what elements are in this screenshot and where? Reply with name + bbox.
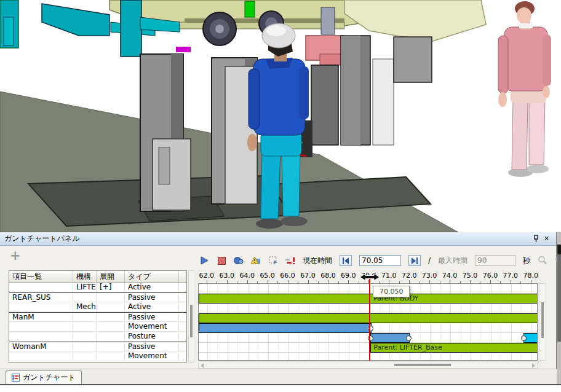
ruler-tick-label: 65.0 — [260, 272, 275, 280]
cell-type: Passive — [125, 342, 179, 351]
gantt-bar[interactable] — [370, 333, 410, 343]
gantt-row — [199, 353, 537, 361]
record-bars-icon[interactable] — [285, 256, 295, 265]
max-time-label: 最大時間 — [438, 256, 468, 266]
gantt-bar[interactable] — [199, 294, 538, 304]
table-row[interactable]: ManM Passive — [9, 312, 186, 322]
current-time-input[interactable] — [359, 255, 401, 266]
gantt-tab-icon — [12, 374, 20, 382]
gantt-horizontal-scrollbar[interactable] — [198, 361, 538, 369]
gantt-vertical-scrollbar[interactable] — [539, 283, 546, 361]
cell-expand — [97, 332, 125, 341]
table-row[interactable]: Movement — [9, 351, 186, 361]
pin-icon[interactable] — [531, 234, 541, 244]
cell-mechanism: Mecha... — [73, 302, 97, 312]
column-header-extra — [179, 271, 186, 282]
cell-item: ManM — [9, 313, 73, 321]
cell-mechanism — [73, 322, 97, 331]
gantt-plot[interactable]: Parent: BODYParent: LIFTER_Base — [198, 283, 538, 361]
gantt-timeline: 62.063.064.065.066.067.068.069.070.071.0… — [196, 270, 552, 369]
table-header-row: 項目一覧 機構 展開 タイプ — [9, 271, 186, 283]
stop-button[interactable] — [217, 256, 226, 265]
table-row[interactable]: Movement — [9, 322, 186, 332]
cell-mechanism: LIFTER — [73, 283, 97, 292]
ruler-tick-label: 73.0 — [422, 272, 437, 280]
panel-title: ガントチャートパネル — [4, 233, 80, 244]
cell-type: Posture — [125, 332, 179, 341]
cell-expand[interactable]: [+] — [97, 283, 125, 292]
table-row[interactable]: Posture — [9, 332, 186, 342]
column-header-mechanism[interactable]: 機構 — [73, 271, 97, 282]
cell-extra — [179, 313, 186, 321]
cell-extra — [179, 342, 186, 351]
ruler-tick-label: 66.0 — [280, 272, 295, 280]
gantt-row — [199, 304, 537, 313]
cell-item — [9, 322, 73, 331]
step-back-button[interactable] — [340, 255, 352, 266]
camera-icon[interactable] — [234, 256, 244, 265]
gantt-ruler[interactable]: 62.063.064.065.066.067.068.069.070.071.0… — [198, 270, 536, 283]
column-header-type[interactable]: タイプ — [125, 271, 179, 282]
ruler-tick-label: 67.0 — [300, 272, 316, 280]
play-button[interactable] — [199, 256, 209, 265]
panel-right-edge-shade — [557, 245, 561, 342]
current-time-label: 現在時間 — [303, 256, 332, 266]
marquee-select-icon[interactable] — [268, 256, 278, 265]
close-icon[interactable]: ✕ — [541, 234, 552, 244]
table-row[interactable]: REAR_SUS Passive — [9, 292, 186, 302]
scrollbar-thumb[interactable] — [394, 364, 451, 366]
table-row[interactable]: Mecha... Active — [9, 302, 186, 312]
gantt-bar[interactable] — [199, 323, 372, 333]
gantt-row — [199, 333, 537, 343]
table-row[interactable]: LIFTER [+] Active — [9, 283, 186, 292]
cell-type: Movement — [125, 322, 179, 331]
ruler-tick-label: 62.0 — [199, 272, 215, 280]
cell-extra — [179, 293, 186, 302]
scroll-right-arrow[interactable] — [532, 363, 535, 368]
gantt-bar-handle[interactable] — [368, 335, 373, 341]
cell-mechanism — [73, 313, 97, 321]
cell-expand — [97, 322, 125, 331]
gantt-bar-handle[interactable] — [368, 326, 373, 331]
gantt-row — [199, 313, 537, 323]
gantt-bar[interactable] — [199, 313, 538, 323]
cell-mechanism — [73, 351, 97, 361]
window-bottom-strip — [0, 384, 561, 392]
app-window: ガントチャートパネル ✕ + — [0, 0, 561, 392]
scrollbar-thumb[interactable] — [541, 302, 544, 338]
cell-item — [9, 332, 73, 341]
gantt-bar-handle[interactable] — [406, 335, 412, 341]
cell-mechanism — [73, 332, 97, 341]
item-table: 項目一覧 機構 展開 タイプ LIFTER [+] Active REAR_SU… — [9, 270, 187, 363]
ruler-tick-label: 74.0 — [442, 272, 458, 280]
max-time-input — [475, 255, 515, 266]
column-header-expand[interactable]: 展開 — [97, 271, 125, 282]
ruler-tick-label: 72.0 — [402, 272, 417, 280]
cell-extra — [179, 332, 186, 341]
ruler-tick-label: 78.0 — [523, 272, 539, 280]
zoom-out-icon — [538, 256, 547, 265]
ruler-tick-label: 71.0 — [381, 272, 397, 280]
cell-item — [9, 302, 73, 312]
ruler-tick-label: 68.0 — [320, 272, 336, 280]
ruler-tick-label: 69.0 — [341, 272, 356, 280]
table-vertical-scrollbar[interactable] — [188, 270, 194, 363]
cell-mechanism — [73, 342, 97, 351]
add-item-button[interactable]: + — [10, 249, 21, 262]
ruler-tick-label: 76.0 — [483, 272, 498, 280]
warning-icon[interactable] — [251, 256, 261, 265]
panel-titlebar[interactable]: ガントチャートパネル ✕ — [0, 232, 556, 246]
cell-expand — [97, 293, 125, 302]
table-row[interactable]: WomanM Passive — [9, 342, 186, 351]
gantt-bar-label: Parent: LIFTER_Base — [372, 343, 442, 352]
3d-viewport[interactable] — [0, 0, 561, 232]
scrollbar-thumb[interactable] — [190, 305, 193, 337]
scroll-left-arrow[interactable] — [201, 363, 204, 368]
cell-expand — [97, 342, 125, 351]
step-forward-button[interactable] — [408, 255, 421, 266]
tab-gantt-chart[interactable]: ガントチャート — [6, 370, 82, 384]
panel-tab-bar: ガントチャート — [0, 369, 557, 384]
gantt-toolbar: 現在時間 / 最大時間 秒 — [199, 254, 561, 267]
gantt-row: Parent: LIFTER_Base — [199, 343, 537, 353]
column-header-items[interactable]: 項目一覧 — [9, 271, 73, 282]
